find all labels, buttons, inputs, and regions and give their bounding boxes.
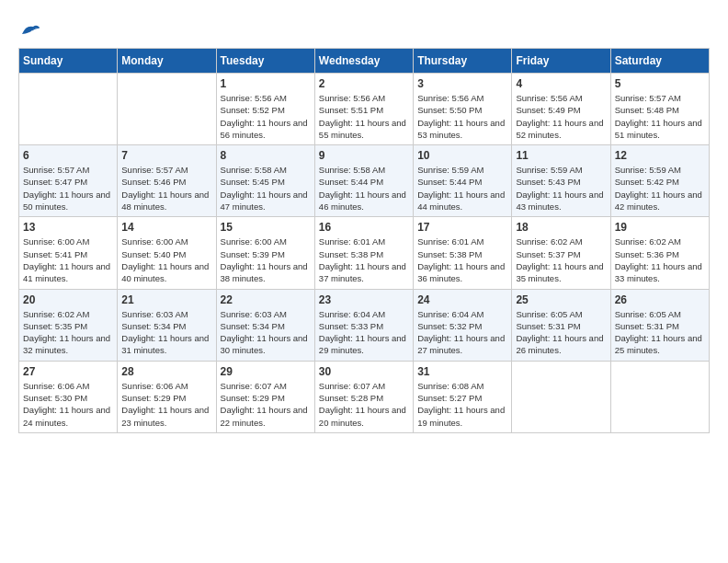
day-number: 3 [417, 77, 507, 90]
day-number: 10 [417, 149, 507, 162]
calendar-week-4: 20Sunrise: 6:02 AM Sunset: 5:35 PM Dayli… [19, 289, 710, 361]
day-number: 14 [121, 221, 211, 234]
calendar-cell: 8Sunrise: 5:58 AM Sunset: 5:45 PM Daylig… [216, 145, 314, 217]
day-info: Sunrise: 5:57 AM Sunset: 5:46 PM Dayligh… [121, 164, 211, 213]
weekday-header-friday: Friday [512, 49, 610, 74]
calendar-cell: 19Sunrise: 6:02 AM Sunset: 5:36 PM Dayli… [610, 217, 709, 289]
calendar-cell: 12Sunrise: 5:59 AM Sunset: 5:42 PM Dayli… [610, 145, 709, 217]
calendar-cell: 4Sunrise: 5:56 AM Sunset: 5:49 PM Daylig… [512, 74, 610, 145]
calendar-week-1: 1Sunrise: 5:56 AM Sunset: 5:52 PM Daylig… [19, 74, 710, 145]
calendar-cell: 29Sunrise: 6:07 AM Sunset: 5:29 PM Dayli… [216, 361, 314, 432]
calendar-cell: 23Sunrise: 6:04 AM Sunset: 5:33 PM Dayli… [314, 289, 413, 361]
day-number: 29 [221, 365, 311, 378]
calendar-cell: 17Sunrise: 6:01 AM Sunset: 5:38 PM Dayli… [414, 217, 512, 289]
day-info: Sunrise: 5:59 AM Sunset: 5:43 PM Dayligh… [516, 164, 606, 213]
day-number: 28 [121, 365, 211, 378]
calendar-cell [118, 74, 216, 145]
weekday-header-wednesday: Wednesday [314, 49, 413, 74]
day-info: Sunrise: 6:07 AM Sunset: 5:28 PM Dayligh… [319, 380, 409, 429]
calendar-week-5: 27Sunrise: 6:06 AM Sunset: 5:30 PM Dayli… [19, 361, 710, 432]
day-info: Sunrise: 6:07 AM Sunset: 5:29 PM Dayligh… [221, 380, 311, 429]
calendar-cell: 13Sunrise: 6:00 AM Sunset: 5:41 PM Dayli… [19, 217, 118, 289]
calendar-cell: 30Sunrise: 6:07 AM Sunset: 5:28 PM Dayli… [314, 361, 413, 432]
calendar-cell: 5Sunrise: 5:57 AM Sunset: 5:48 PM Daylig… [610, 74, 709, 145]
day-number: 18 [516, 221, 606, 234]
page-header [18, 18, 710, 39]
calendar-cell: 10Sunrise: 5:59 AM Sunset: 5:44 PM Dayli… [414, 145, 512, 217]
day-info: Sunrise: 5:56 AM Sunset: 5:51 PM Dayligh… [319, 92, 409, 141]
calendar-cell: 14Sunrise: 6:00 AM Sunset: 5:40 PM Dayli… [118, 217, 216, 289]
day-number: 30 [319, 365, 409, 378]
calendar-cell: 2Sunrise: 5:56 AM Sunset: 5:51 PM Daylig… [314, 74, 413, 145]
day-info: Sunrise: 5:57 AM Sunset: 5:47 PM Dayligh… [23, 164, 113, 213]
day-number: 11 [516, 149, 606, 162]
calendar-cell: 28Sunrise: 6:06 AM Sunset: 5:29 PM Dayli… [118, 361, 216, 432]
day-number: 31 [417, 365, 507, 378]
weekday-header-monday: Monday [118, 49, 216, 74]
day-number: 8 [221, 149, 311, 162]
day-number: 21 [121, 293, 211, 306]
day-number: 13 [23, 221, 113, 234]
day-number: 23 [319, 293, 409, 306]
day-number: 4 [516, 77, 606, 90]
day-info: Sunrise: 6:04 AM Sunset: 5:32 PM Dayligh… [417, 308, 507, 357]
calendar-cell: 22Sunrise: 6:03 AM Sunset: 5:34 PM Dayli… [216, 289, 314, 361]
day-info: Sunrise: 6:05 AM Sunset: 5:31 PM Dayligh… [516, 308, 606, 357]
day-info: Sunrise: 6:06 AM Sunset: 5:30 PM Dayligh… [23, 380, 113, 429]
day-number: 7 [121, 149, 211, 162]
calendar-cell: 7Sunrise: 5:57 AM Sunset: 5:46 PM Daylig… [118, 145, 216, 217]
day-number: 12 [615, 149, 705, 162]
day-number: 19 [615, 221, 705, 234]
day-info: Sunrise: 5:57 AM Sunset: 5:48 PM Dayligh… [615, 92, 705, 141]
calendar-cell: 21Sunrise: 6:03 AM Sunset: 5:34 PM Dayli… [118, 289, 216, 361]
day-number: 27 [23, 365, 113, 378]
day-info: Sunrise: 6:00 AM Sunset: 5:40 PM Dayligh… [121, 236, 211, 284]
day-number: 5 [615, 77, 705, 90]
weekday-header-sunday: Sunday [19, 49, 118, 74]
calendar-table: SundayMondayTuesdayWednesdayThursdayFrid… [18, 48, 710, 433]
day-info: Sunrise: 6:03 AM Sunset: 5:34 PM Dayligh… [121, 308, 211, 357]
day-info: Sunrise: 6:06 AM Sunset: 5:29 PM Dayligh… [121, 380, 211, 429]
calendar-cell: 16Sunrise: 6:01 AM Sunset: 5:38 PM Dayli… [314, 217, 413, 289]
day-info: Sunrise: 6:04 AM Sunset: 5:33 PM Dayligh… [319, 308, 409, 357]
day-info: Sunrise: 6:01 AM Sunset: 5:38 PM Dayligh… [417, 236, 507, 284]
day-info: Sunrise: 6:08 AM Sunset: 5:27 PM Dayligh… [417, 380, 507, 429]
weekday-header-row: SundayMondayTuesdayWednesdayThursdayFrid… [19, 49, 710, 74]
day-info: Sunrise: 6:02 AM Sunset: 5:35 PM Dayligh… [23, 308, 113, 357]
calendar-cell: 31Sunrise: 6:08 AM Sunset: 5:27 PM Dayli… [414, 361, 512, 432]
day-info: Sunrise: 6:00 AM Sunset: 5:39 PM Dayligh… [221, 236, 311, 284]
day-info: Sunrise: 6:02 AM Sunset: 5:36 PM Dayligh… [615, 236, 705, 284]
day-number: 17 [417, 221, 507, 234]
calendar-week-2: 6Sunrise: 5:57 AM Sunset: 5:47 PM Daylig… [19, 145, 710, 217]
calendar-cell: 6Sunrise: 5:57 AM Sunset: 5:47 PM Daylig… [19, 145, 118, 217]
day-info: Sunrise: 6:03 AM Sunset: 5:34 PM Dayligh… [221, 308, 311, 357]
calendar-cell: 27Sunrise: 6:06 AM Sunset: 5:30 PM Dayli… [19, 361, 118, 432]
day-number: 6 [23, 149, 113, 162]
logo [18, 18, 40, 39]
weekday-header-tuesday: Tuesday [216, 49, 314, 74]
calendar-cell: 25Sunrise: 6:05 AM Sunset: 5:31 PM Dayli… [512, 289, 610, 361]
weekday-header-thursday: Thursday [414, 49, 512, 74]
day-number: 16 [319, 221, 409, 234]
calendar-cell: 11Sunrise: 5:59 AM Sunset: 5:43 PM Dayli… [512, 145, 610, 217]
logo-bird-icon [20, 21, 40, 38]
day-number: 24 [417, 293, 507, 306]
day-number: 26 [615, 293, 705, 306]
day-info: Sunrise: 6:02 AM Sunset: 5:37 PM Dayligh… [516, 236, 606, 284]
day-number: 25 [516, 293, 606, 306]
logo-text [18, 18, 40, 39]
calendar-cell [19, 74, 118, 145]
day-number: 22 [221, 293, 311, 306]
calendar-week-3: 13Sunrise: 6:00 AM Sunset: 5:41 PM Dayli… [19, 217, 710, 289]
calendar-cell [610, 361, 709, 432]
day-info: Sunrise: 5:59 AM Sunset: 5:44 PM Dayligh… [417, 164, 507, 213]
day-number: 20 [23, 293, 113, 306]
day-info: Sunrise: 5:56 AM Sunset: 5:52 PM Dayligh… [221, 92, 311, 141]
calendar-cell: 18Sunrise: 6:02 AM Sunset: 5:37 PM Dayli… [512, 217, 610, 289]
calendar-cell: 15Sunrise: 6:00 AM Sunset: 5:39 PM Dayli… [216, 217, 314, 289]
calendar-cell: 24Sunrise: 6:04 AM Sunset: 5:32 PM Dayli… [414, 289, 512, 361]
day-info: Sunrise: 5:59 AM Sunset: 5:42 PM Dayligh… [615, 164, 705, 213]
day-info: Sunrise: 5:58 AM Sunset: 5:45 PM Dayligh… [221, 164, 311, 213]
day-number: 9 [319, 149, 409, 162]
calendar-cell: 9Sunrise: 5:58 AM Sunset: 5:44 PM Daylig… [314, 145, 413, 217]
